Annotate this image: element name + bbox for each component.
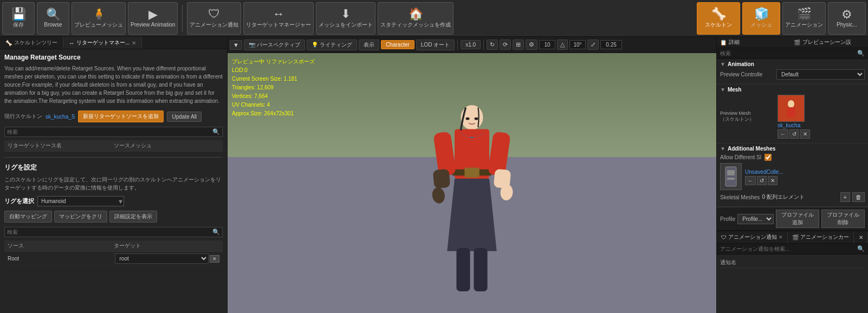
physics-tab-button[interactable]: ⚙ Physic...: [828, 2, 866, 35]
animation-notification-button[interactable]: 🛡 アニメーション通知: [187, 2, 241, 35]
vp-sep-2: [483, 40, 484, 50]
retarget-manager-tab[interactable]: ↔ リターゲットマネー... ✕: [63, 37, 142, 49]
mapping-clear-button[interactable]: ✕: [210, 255, 219, 263]
additional-mesh-row: UnsavedColle... ← ↺ ✕: [720, 163, 865, 190]
anim-notif-tabs: 🛡 アニメーション通知 ✕ 🎬 アニメーションカー ✕: [717, 231, 868, 244]
preview-animation-button[interactable]: ▶ Preview Animation: [128, 2, 178, 35]
mesh-section: ▼ Mesh Preview Mesh （スケルトン） sk_kucha: [717, 84, 868, 144]
vp-sep-1: [457, 40, 458, 50]
value-display[interactable]: 0.25: [600, 40, 622, 49]
retarget-manager-tab-icon: ↔: [69, 40, 74, 46]
additional-meshes-header[interactable]: ▼ Additional Meshes: [720, 146, 865, 152]
add-mesh-actions: ← ↺ ✕: [745, 176, 783, 185]
show-label: 表示: [364, 41, 374, 49]
preview-controller-select[interactable]: Default: [776, 69, 865, 80]
current-skeleton-label: 現行スケルトン: [4, 113, 42, 120]
expand-icon[interactable]: ⤢: [587, 40, 599, 50]
lod-number-display[interactable]: 10: [539, 40, 555, 49]
animation-icon: 🎬: [797, 8, 812, 20]
svg-rect-20: [727, 178, 735, 180]
add-mesh-refresh-btn[interactable]: ↺: [757, 176, 767, 185]
show-button[interactable]: 表示: [359, 40, 379, 50]
right-search-input[interactable]: [720, 50, 855, 56]
angle-display[interactable]: 10°: [569, 40, 586, 49]
mesh-tab-button[interactable]: 🧊 メッシュ: [742, 2, 780, 35]
col-mesh-name: ソースメッシュ: [114, 142, 220, 149]
preview-mesh-button[interactable]: 🧍 プレビューメッシュ: [72, 2, 126, 35]
preview-controller-row: Preview Controlle Default: [720, 69, 865, 80]
preview-animation-icon: ▶: [148, 9, 158, 21]
skeletal-meshes-del-btn[interactable]: 🗑: [852, 192, 865, 202]
add-mesh-thumb-svg: [723, 166, 739, 187]
static-mesh-button[interactable]: 🏠 スタティックメッシュを作成: [378, 2, 454, 35]
rig-select-dropdown[interactable]: Humanoid: [37, 196, 124, 206]
anim-notif-close[interactable]: ✕: [779, 234, 783, 240]
additional-meshes-arrow: ▼: [720, 146, 726, 152]
anim-extra-btn[interactable]: ✕: [854, 231, 868, 243]
animation-tab-button[interactable]: 🎬 アニメーション: [782, 2, 826, 35]
skeletal-meshes-add-btn[interactable]: +: [840, 192, 850, 202]
skeleton-tab-button[interactable]: 🦴 スケルトン: [697, 2, 740, 35]
anim-notif-tab[interactable]: 🛡 アニメーション通知 ✕: [717, 231, 788, 243]
lod-button[interactable]: LOD オート: [416, 40, 455, 50]
mesh-action-arrow-btn[interactable]: ←: [778, 129, 788, 139]
anim-search-input[interactable]: [720, 246, 855, 252]
viewport-dropdown-icon[interactable]: ▼: [230, 40, 242, 50]
retarget-manager-label: リターゲットマネージャー: [246, 21, 311, 29]
mesh-action-refresh-btn[interactable]: ↺: [789, 129, 799, 139]
profile-add-btn[interactable]: プロファイル追加: [776, 210, 819, 228]
retarget-manager-tab-close[interactable]: ✕: [132, 40, 136, 46]
clear-mapping-button[interactable]: マッピングをクリ: [54, 211, 107, 223]
lighting-button[interactable]: 💡 ライティング: [307, 40, 357, 50]
mesh-section-header[interactable]: ▼ Mesh: [720, 87, 865, 93]
profile-select[interactable]: Profile...: [737, 214, 774, 224]
skeleton-name: sk_kucha_S: [46, 114, 75, 120]
mesh-action-clear-btn[interactable]: ✕: [800, 129, 810, 139]
additional-mesh-thumbnail: [720, 163, 742, 190]
svg-point-14: [475, 118, 478, 120]
update-all-button[interactable]: Update All: [167, 112, 202, 122]
mapping-target-select[interactable]: root: [115, 253, 209, 264]
mesh-actions: ← ↺ ✕: [778, 129, 810, 139]
animation-section-header[interactable]: ▼ Animation: [720, 61, 865, 67]
allow-different-sl-label: Allow Different Sl: [720, 154, 761, 160]
speed-button[interactable]: x1.0: [461, 40, 481, 49]
settings-icon[interactable]: ⚙: [526, 40, 537, 50]
skeleton-label: スケルトン: [705, 21, 732, 29]
allow-different-sl-checkbox[interactable]: [765, 154, 772, 161]
character-button[interactable]: Character: [381, 40, 414, 49]
add-mesh-clear-btn[interactable]: ✕: [768, 176, 778, 185]
save-button[interactable]: 💾 保存: [2, 2, 35, 35]
physics-label: Physic...: [837, 22, 857, 28]
mesh-collapse-arrow: ▼: [720, 87, 726, 93]
skeleton-tree-tab[interactable]: 🦴 スケルトンツリー: [0, 37, 63, 49]
rig-section-title: リグを設定: [4, 163, 223, 172]
mapping-search-input[interactable]: [7, 229, 212, 235]
animation-notification-icon: 🛡: [208, 8, 220, 20]
skeleton-icon: 🦴: [711, 8, 726, 20]
mesh-import-button[interactable]: ⬇ メッシュをインポート: [316, 2, 375, 35]
perspective-button[interactable]: 📷 パースペクティブ: [244, 40, 305, 50]
additional-mesh-info: UnsavedColle... ← ↺ ✕: [745, 168, 783, 185]
detail-setting-button[interactable]: 詳細設定を表示: [109, 211, 157, 223]
retarget-manager-button[interactable]: ↔ リターゲットマネージャー: [243, 2, 314, 35]
grid-icon[interactable]: ⊞: [513, 40, 524, 50]
triangle-icon[interactable]: △: [557, 40, 568, 50]
mesh-thumb-svg: [780, 97, 802, 119]
mesh-label: メッシュ: [750, 21, 772, 29]
add-source-button[interactable]: 新規リターゲットソースを追加: [78, 110, 164, 122]
rotate-cw-icon[interactable]: ⟳: [500, 40, 511, 50]
browse-button[interactable]: 🔍 Browse: [37, 2, 69, 35]
rig-description: このスケルトンにリグを設定して、次に同一リグの別のスケルトンへアニメーションをリ…: [4, 175, 223, 192]
static-mesh-icon: 🏠: [409, 8, 423, 20]
auto-mapping-button[interactable]: 自動マッピング: [4, 211, 52, 223]
preview-controller-label: Preview Controlle: [720, 71, 774, 77]
rotate-icon[interactable]: ↻: [487, 40, 498, 50]
retarget-search-input[interactable]: [7, 129, 212, 135]
anim-card-tab[interactable]: 🎬 アニメーションカー: [788, 231, 854, 243]
svg-rect-4: [464, 167, 479, 177]
toolbar-separator-1: [182, 5, 183, 32]
add-mesh-arrow-btn[interactable]: ←: [745, 176, 756, 185]
profile-del-btn[interactable]: プロファイル削除: [821, 210, 865, 228]
svg-rect-7: [433, 169, 451, 189]
